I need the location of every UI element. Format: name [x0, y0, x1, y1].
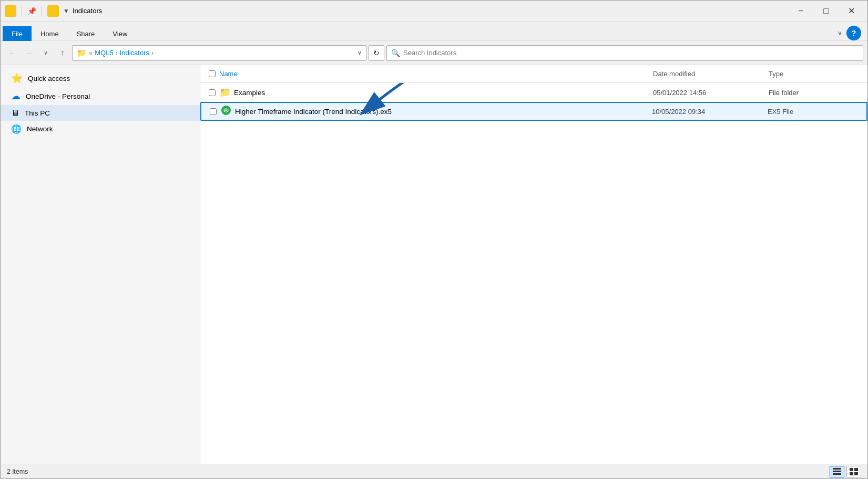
- search-bar[interactable]: 🔍: [386, 45, 863, 61]
- sidebar: ⭐ Quick access ☁ OneDrive - Personal 🖥 T…: [1, 65, 200, 464]
- title-doc-icon: [47, 5, 59, 17]
- file-list-area: Name Date modified Type 📁 Examples 05/01…: [200, 65, 867, 464]
- view-details-button[interactable]: [830, 466, 844, 477]
- recent-locations-button[interactable]: ∨: [38, 46, 53, 60]
- breadcrumb: « MQL5 › Indicators ›: [89, 49, 155, 57]
- network-icon: 🌐: [11, 124, 22, 134]
- minimize-button[interactable]: −: [789, 3, 813, 19]
- ex5-icon: [220, 105, 232, 119]
- row-checkbox-indicator[interactable]: [206, 108, 220, 115]
- svg-rect-9: [850, 472, 853, 475]
- folder-icon: 📁: [219, 87, 231, 98]
- address-dropdown-chevron[interactable]: ∨: [358, 49, 362, 56]
- forward-button[interactable]: →: [22, 46, 36, 60]
- breadcrumb-current[interactable]: Indicators: [120, 49, 149, 57]
- up-button[interactable]: ↑: [55, 46, 70, 60]
- sidebar-label-this-pc: This PC: [25, 109, 50, 117]
- breadcrumb-sep: ›: [116, 49, 118, 57]
- file-date-indicator: 10/05/2022 09:34: [652, 108, 768, 116]
- svg-rect-4: [833, 468, 841, 470]
- explorer-window: 📌 ▼ Indicators − □ ✕ File Home Share Vie…: [0, 0, 868, 479]
- addressbar-row: ← → ∨ ↑ 📁 « MQL5 › Indicators › ∨ ↻ 🔍: [1, 41, 867, 65]
- svg-point-2: [225, 109, 227, 111]
- close-button[interactable]: ✕: [839, 3, 863, 19]
- file-row[interactable]: 📁 Examples 05/01/2022 14:56 File folder: [200, 83, 867, 102]
- onedrive-icon: ☁: [11, 90, 21, 102]
- address-bar[interactable]: 📁 « MQL5 › Indicators › ∨: [72, 45, 366, 61]
- column-header: Name Date modified Type: [200, 65, 867, 83]
- title-arrow-icon: ▼: [63, 7, 69, 15]
- sidebar-item-onedrive[interactable]: ☁ OneDrive - Personal: [1, 87, 200, 105]
- title-bar-icons: 📌 ▼: [5, 5, 69, 17]
- svg-rect-8: [854, 468, 858, 471]
- search-input[interactable]: [403, 49, 859, 57]
- breadcrumb-arrow: ›: [151, 49, 154, 57]
- view-toggle-buttons: [830, 466, 861, 477]
- ribbon-right: ∨ ?: [838, 26, 865, 40]
- file-date-examples: 05/01/2022 14:56: [653, 89, 769, 97]
- svg-rect-10: [854, 472, 858, 475]
- quick-access-icon: ⭐: [11, 72, 23, 84]
- file-type-examples: File folder: [769, 89, 863, 97]
- window-controls: − □ ✕: [789, 3, 863, 19]
- file-name-indicator: Higher Timeframe Indicator (Trend Indica…: [235, 108, 652, 116]
- svg-rect-7: [850, 468, 853, 471]
- items-count: 2 items: [7, 468, 28, 475]
- content-area: ⭐ Quick access ☁ OneDrive - Personal 🖥 T…: [1, 65, 867, 464]
- ribbon-tabs: File Home Share View ∨ ?: [1, 22, 867, 40]
- refresh-button[interactable]: ↻: [369, 45, 384, 61]
- this-pc-icon: 🖥: [11, 108, 19, 118]
- tab-share[interactable]: Share: [68, 26, 104, 41]
- sidebar-item-network[interactable]: 🌐 Network: [1, 121, 200, 137]
- title-sep-1: [22, 6, 22, 16]
- sidebar-label-onedrive: OneDrive - Personal: [26, 92, 90, 100]
- title-pin-icon: 📌: [27, 7, 36, 15]
- column-type[interactable]: Type: [769, 70, 863, 78]
- tab-file[interactable]: File: [3, 26, 32, 41]
- file-rows: 📁 Examples 05/01/2022 14:56 File folder: [200, 83, 867, 464]
- address-folder-icon: 📁: [77, 48, 87, 58]
- sidebar-item-this-pc[interactable]: 🖥 This PC: [1, 105, 200, 121]
- back-button[interactable]: ←: [5, 46, 19, 60]
- column-date[interactable]: Date modified: [653, 70, 769, 78]
- breadcrumb-prefix: «: [89, 49, 93, 57]
- window-title: Indicators: [73, 7, 789, 15]
- tab-view[interactable]: View: [104, 26, 136, 41]
- ribbon: File Home Share View ∨ ?: [1, 22, 867, 41]
- maximize-button[interactable]: □: [814, 3, 838, 19]
- view-large-icons-button[interactable]: [846, 466, 861, 477]
- title-bar: 📌 ▼ Indicators − □ ✕: [1, 1, 867, 22]
- ribbon-collapse-chevron[interactable]: ∨: [838, 29, 842, 37]
- sidebar-label-network: Network: [27, 125, 53, 133]
- title-folder-icon: [5, 5, 16, 17]
- help-button[interactable]: ?: [846, 26, 861, 40]
- search-icon: 🔍: [391, 49, 400, 57]
- svg-rect-5: [833, 471, 841, 472]
- sidebar-label-quick-access: Quick access: [28, 75, 70, 82]
- file-name-examples: Examples: [234, 89, 653, 97]
- file-type-indicator: EX5 File: [768, 108, 862, 116]
- breadcrumb-folder[interactable]: MQL5: [95, 49, 113, 57]
- header-checkbox[interactable]: [205, 70, 219, 77]
- sidebar-item-quick-access[interactable]: ⭐ Quick access: [1, 69, 200, 87]
- file-row-highlighted[interactable]: Higher Timeframe Indicator (Trend Indica…: [200, 102, 867, 121]
- status-bar: 2 items: [1, 464, 867, 478]
- svg-rect-6: [833, 473, 841, 475]
- column-name[interactable]: Name: [219, 70, 653, 78]
- row-checkbox-examples[interactable]: [205, 89, 219, 96]
- title-sep-2: [42, 6, 42, 16]
- tab-home[interactable]: Home: [32, 26, 68, 41]
- select-all-checkbox[interactable]: [209, 70, 216, 77]
